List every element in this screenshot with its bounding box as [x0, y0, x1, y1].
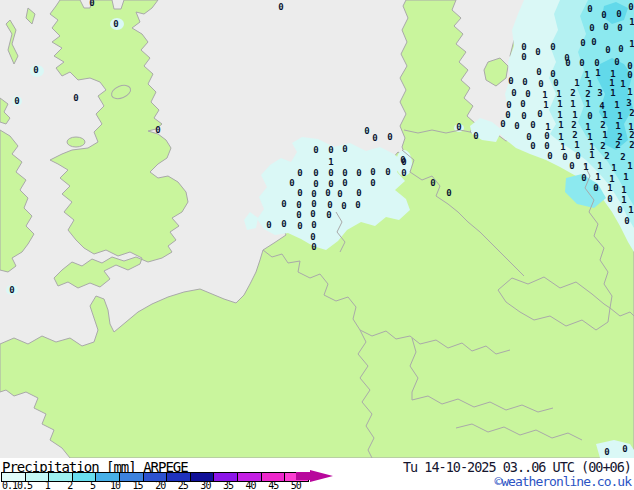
precip-value-marker: 1 [543, 100, 548, 110]
precip-value-marker: 1 [611, 163, 616, 173]
precip-value-marker: 0 [328, 145, 333, 155]
precip-value-marker: 0 [521, 111, 526, 121]
precip-value-marker: 0 [342, 178, 347, 188]
precip-value-marker: 0 [341, 201, 346, 211]
precip-value-marker: 1 [560, 142, 565, 152]
precip-value-marker: 0 [579, 58, 584, 68]
scale-tick-label: 0.1 [2, 480, 17, 490]
precip-value-marker: 0 [297, 188, 302, 198]
scale-tick-label: 50 [291, 480, 301, 490]
precip-value-marker: 0 [313, 179, 318, 189]
precip-value-marker: 1 [614, 100, 619, 110]
precip-value-marker: 1 [589, 150, 594, 160]
precip-value-marker: 1 [627, 87, 632, 97]
precip-value-marker: 0 [266, 220, 271, 230]
forecast-datetime: Tu 14-10-2025 03..06 UTC (00+06) [403, 459, 631, 475]
precip-value-marker: 1 [610, 88, 615, 98]
precip-value-marker: 0 [581, 173, 586, 183]
scale-tick-label: 10 [110, 480, 120, 490]
precip-value-marker: 1 [602, 110, 607, 120]
precip-value-marker: 0 [514, 121, 519, 131]
precip-value-marker: 1 [558, 132, 563, 142]
precip-value-marker: 1 [615, 121, 620, 131]
scale-tick-label: 35 [223, 480, 233, 490]
precip-value-marker: 0 [356, 168, 361, 178]
precip-value-marker: 1 [607, 183, 612, 193]
precip-value-marker: 0 [589, 23, 594, 33]
precip-value-marker: 0 [9, 285, 14, 295]
precip-value-marker: 0 [342, 168, 347, 178]
precip-value-marker: 0 [73, 93, 78, 103]
precip-value-marker: 0 [297, 221, 302, 231]
precip-value-marker: 1 [623, 172, 628, 182]
precip-value-marker: 1 [574, 78, 579, 88]
scale-tick-label: 2 [67, 480, 72, 490]
precip-value-marker: 0 [297, 168, 302, 178]
precip-value-marker: 0 [33, 65, 38, 75]
precip-value-marker: 0 [473, 131, 478, 141]
precip-value-marker: 0 [521, 52, 526, 62]
precip-value-marker: 0 [401, 157, 406, 167]
precip-value-marker: 0 [550, 42, 555, 52]
precip-value-marker: 0 [327, 200, 332, 210]
precip-color-scale [2, 472, 309, 480]
precip-value-marker: 0 [547, 151, 552, 161]
precip-value-marker: 3 [597, 88, 602, 98]
precip-value-marker: 0 [580, 38, 585, 48]
precip-value-marker: 2 [585, 89, 590, 99]
precip-value-marker: 0 [296, 210, 301, 220]
precip-value-marker: 0 [155, 125, 160, 135]
precip-value-marker: 2 [572, 130, 577, 140]
precip-value-marker: 1 [328, 157, 333, 167]
precip-value-marker: 1 [629, 39, 634, 49]
precip-value-marker: 0 [618, 44, 623, 54]
scale-tick-labels: 0.10.5125101520253035404550 [0, 480, 340, 490]
precip-value-marker: 0 [313, 168, 318, 178]
scale-tick-label: 1 [45, 480, 50, 490]
precip-value-marker: 0 [278, 2, 283, 12]
precip-value-marker: 0 [311, 189, 316, 199]
precip-value-marker: 0 [614, 57, 619, 67]
weather-map-screenshot: 0000000000000001000000000000000000000000… [0, 0, 634, 490]
precip-value-marker: 1 [621, 185, 626, 195]
precip-value-marker: 0 [310, 209, 315, 219]
precip-value-marker: 0 [624, 216, 629, 226]
precip-value-marker: 0 [535, 47, 540, 57]
precip-value-marker: 0 [313, 145, 318, 155]
scale-tick-label: 20 [155, 480, 165, 490]
precip-value-marker: 1 [558, 120, 563, 130]
precip-value-marker: 1 [602, 130, 607, 140]
precip-value-marker: 1 [583, 162, 588, 172]
precip-value-marker: 0 [622, 444, 627, 454]
precip-value-marker: 0 [14, 96, 19, 106]
precip-value-marker: 2 [600, 141, 605, 151]
precipitation-map: 0000000000000001000000000000000000000000… [0, 0, 634, 458]
precip-value-marker: 0 [89, 0, 94, 8]
precip-value-marker: 1 [572, 110, 577, 120]
precip-value-marker: 0 [594, 58, 599, 68]
precip-value-marker: 0 [500, 119, 505, 129]
precip-value-marker: 0 [536, 67, 541, 77]
scale-tick-label: 25 [178, 480, 188, 490]
precip-value-marker: 1 [587, 79, 592, 89]
precip-value-marker: 0 [326, 210, 331, 220]
precip-value-marker: 1 [620, 79, 625, 89]
scale-tick-label: 15 [133, 480, 143, 490]
precip-value-marker: 0 [325, 188, 330, 198]
precip-value-marker: 1 [557, 110, 562, 120]
precip-value-marker: 0 [456, 122, 461, 132]
precip-value-marker: 1 [585, 122, 590, 132]
precip-value-marker: 0 [311, 199, 316, 209]
scale-tick-label: 40 [246, 480, 256, 490]
precip-value-marker: 1 [542, 90, 547, 100]
precip-value-marker: 0 [337, 189, 342, 199]
precip-value-marker: 0 [553, 78, 558, 88]
precip-value-marker: 1 [597, 161, 602, 171]
precip-value-marker: 0 [537, 109, 542, 119]
precip-value-marker: 2 [600, 120, 605, 130]
precip-value-marker: 3 [626, 98, 631, 108]
precip-value-marker: 1 [595, 172, 600, 182]
precip-value-marker: 0 [311, 242, 316, 252]
precip-value-marker: 0 [544, 131, 549, 141]
precip-value-marker: 0 [627, 70, 632, 80]
